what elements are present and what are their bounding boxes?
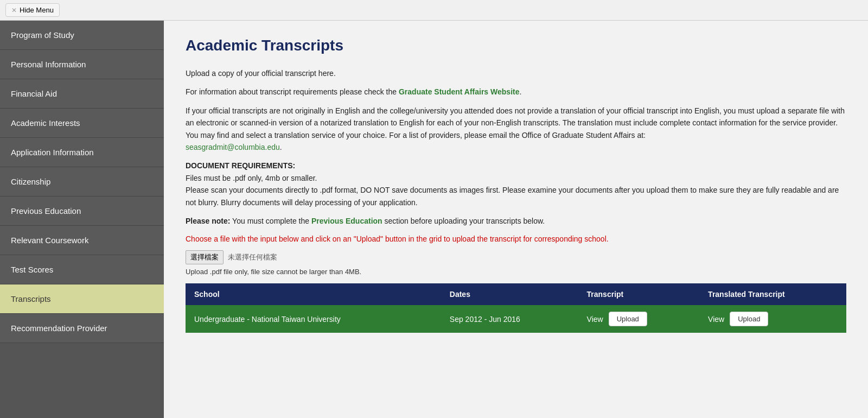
cell-transcript-actions: View Upload bbox=[578, 305, 700, 333]
sidebar-label-relevant-coursework: Relevant Coursework bbox=[11, 236, 88, 245]
sidebar-label-transcripts: Transcripts bbox=[11, 294, 51, 303]
cell-translated-actions: View Upload bbox=[699, 305, 846, 333]
sidebar-item-relevant-coursework[interactable]: Relevant Coursework bbox=[0, 226, 164, 255]
doc-req-line2: Please scan your documents directly to .… bbox=[186, 186, 839, 206]
table-header-row: School Dates Transcript Translated Trans… bbox=[186, 283, 846, 305]
file-hint: Upload .pdf file only, file size cannot … bbox=[186, 268, 846, 276]
col-transcript: Transcript bbox=[578, 283, 700, 305]
sidebar-item-academic-interests[interactable]: Academic Interests bbox=[0, 109, 164, 138]
transcript-req-paragraph: For information about transcript require… bbox=[186, 86, 846, 98]
hide-menu-button[interactable]: ✕ Hide Menu bbox=[5, 3, 60, 17]
top-bar: ✕ Hide Menu bbox=[0, 0, 868, 21]
table-row: Undergraduate - National Taiwan Universi… bbox=[186, 305, 846, 333]
transcript-req-after: . bbox=[519, 87, 521, 96]
translated-view-button[interactable]: View bbox=[708, 315, 724, 324]
please-note-text: You must complete the bbox=[230, 217, 311, 225]
translated-upload-button[interactable]: Upload bbox=[730, 312, 768, 326]
doc-requirements-paragraph: DOCUMENT REQUIREMENTS: Files must be .pd… bbox=[186, 160, 846, 208]
cell-dates: Sep 2012 - Jun 2016 bbox=[441, 305, 578, 333]
sidebar-label-academic-interests: Academic Interests bbox=[11, 118, 80, 128]
transcript-upload-button[interactable]: Upload bbox=[609, 312, 647, 326]
translation-paragraph: If your official transcripts are not ori… bbox=[186, 105, 846, 154]
main-layout: Program of Study Personal Information Fi… bbox=[0, 21, 868, 418]
sidebar-item-program-of-study[interactable]: Program of Study bbox=[0, 21, 164, 50]
please-note-after: section before uploading your transcript… bbox=[382, 217, 545, 225]
sidebar-label-financial-aid: Financial Aid bbox=[11, 89, 57, 98]
transcript-view-button[interactable]: View bbox=[587, 315, 603, 324]
doc-req-line1: Files must be .pdf only, 4mb or smaller. bbox=[186, 174, 317, 182]
transcript-table: School Dates Transcript Translated Trans… bbox=[186, 283, 846, 333]
translated-transcript-actions: View Upload bbox=[708, 312, 838, 326]
sidebar-label-program-of-study: Program of Study bbox=[11, 30, 74, 40]
file-upload-row: 選擇檔案 未選擇任何檔案 bbox=[186, 250, 846, 264]
sidebar-item-recommendation-provider[interactable]: Recommendation Provider bbox=[0, 314, 164, 343]
page-title: Academic Transcripts bbox=[186, 37, 846, 54]
content-area: Academic Transcripts Upload a copy of yo… bbox=[164, 21, 868, 418]
please-note-label: Please note: bbox=[186, 217, 230, 225]
previous-education-link[interactable]: Previous Education bbox=[311, 217, 382, 225]
sidebar-item-personal-information[interactable]: Personal Information bbox=[0, 50, 164, 79]
col-school: School bbox=[186, 283, 441, 305]
sidebar: Program of Study Personal Information Fi… bbox=[0, 21, 164, 418]
sidebar-label-application-information: Application Information bbox=[11, 148, 94, 157]
email-link[interactable]: seasgradmit@columbia.edu bbox=[186, 143, 280, 151]
col-translated-transcript: Translated Transcript bbox=[699, 283, 846, 305]
sidebar-label-previous-education: Previous Education bbox=[11, 206, 81, 216]
sidebar-label-personal-information: Personal Information bbox=[11, 60, 86, 69]
red-notice: Choose a file with the input below and c… bbox=[186, 233, 846, 245]
intro-paragraph: Upload a copy of your official transcrip… bbox=[186, 67, 846, 79]
sidebar-label-citizenship: Citizenship bbox=[11, 177, 50, 186]
sidebar-item-application-information[interactable]: Application Information bbox=[0, 138, 164, 167]
sidebar-item-transcripts[interactable]: Transcripts bbox=[0, 284, 164, 314]
sidebar-label-test-scores: Test Scores bbox=[11, 265, 53, 274]
transcript-req-before: For information about transcript require… bbox=[186, 87, 399, 96]
hide-menu-label: Hide Menu bbox=[20, 6, 54, 14]
file-choose-button[interactable]: 選擇檔案 bbox=[186, 250, 224, 264]
sidebar-label-recommendation-provider: Recommendation Provider bbox=[11, 324, 107, 333]
file-name-label: 未選擇任何檔案 bbox=[228, 252, 277, 262]
translation-text: If your official transcripts are not ori… bbox=[186, 106, 845, 140]
col-dates: Dates bbox=[441, 283, 578, 305]
cell-school: Undergraduate - National Taiwan Universi… bbox=[186, 305, 441, 333]
doc-req-label: DOCUMENT REQUIREMENTS: bbox=[186, 161, 295, 170]
please-note-paragraph: Please note: You must complete the Previ… bbox=[186, 215, 846, 227]
transcript-actions: View Upload bbox=[587, 312, 691, 326]
sidebar-item-financial-aid[interactable]: Financial Aid bbox=[0, 79, 164, 109]
sidebar-item-previous-education[interactable]: Previous Education bbox=[0, 197, 164, 226]
grad-affairs-link[interactable]: Graduate Student Affairs Website bbox=[399, 87, 519, 96]
close-icon: ✕ bbox=[11, 7, 17, 14]
sidebar-item-citizenship[interactable]: Citizenship bbox=[0, 167, 164, 197]
sidebar-item-test-scores[interactable]: Test Scores bbox=[0, 255, 164, 284]
